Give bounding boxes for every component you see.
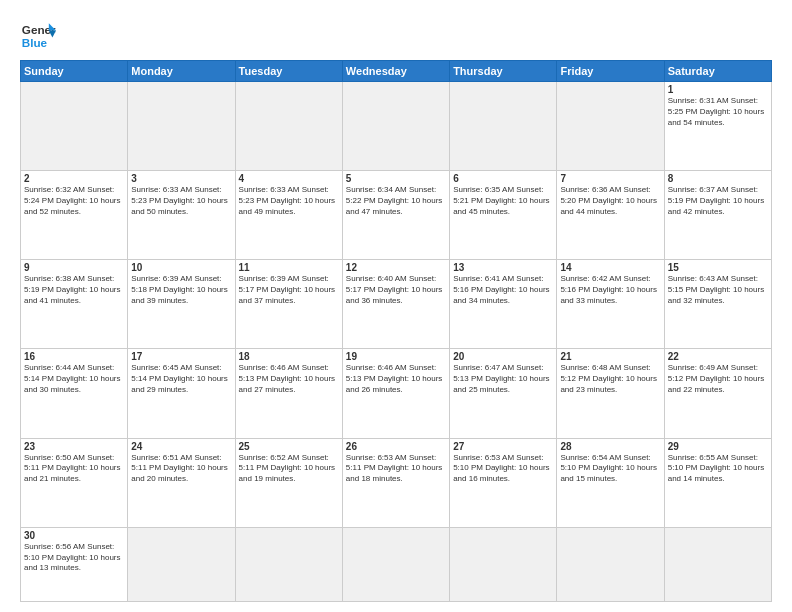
day-number: 26 — [346, 441, 446, 452]
day-info: Sunrise: 6:33 AM Sunset: 5:23 PM Dayligh… — [131, 185, 231, 217]
day-number: 9 — [24, 262, 124, 273]
calendar-cell: 8Sunrise: 6:37 AM Sunset: 5:19 PM Daylig… — [664, 171, 771, 260]
day-info: Sunrise: 6:36 AM Sunset: 5:20 PM Dayligh… — [560, 185, 660, 217]
calendar-cell — [235, 527, 342, 601]
day-info: Sunrise: 6:55 AM Sunset: 5:10 PM Dayligh… — [668, 453, 768, 485]
day-info: Sunrise: 6:33 AM Sunset: 5:23 PM Dayligh… — [239, 185, 339, 217]
day-info: Sunrise: 6:39 AM Sunset: 5:17 PM Dayligh… — [239, 274, 339, 306]
day-number: 24 — [131, 441, 231, 452]
day-number: 18 — [239, 351, 339, 362]
logo: General Blue — [20, 16, 56, 52]
calendar-cell: 24Sunrise: 6:51 AM Sunset: 5:11 PM Dayli… — [128, 438, 235, 527]
calendar-cell: 23Sunrise: 6:50 AM Sunset: 5:11 PM Dayli… — [21, 438, 128, 527]
day-info: Sunrise: 6:50 AM Sunset: 5:11 PM Dayligh… — [24, 453, 124, 485]
day-info: Sunrise: 6:54 AM Sunset: 5:10 PM Dayligh… — [560, 453, 660, 485]
day-info: Sunrise: 6:56 AM Sunset: 5:10 PM Dayligh… — [24, 542, 124, 574]
day-number: 3 — [131, 173, 231, 184]
weekday-header-row: SundayMondayTuesdayWednesdayThursdayFrid… — [21, 61, 772, 82]
day-info: Sunrise: 6:49 AM Sunset: 5:12 PM Dayligh… — [668, 363, 768, 395]
day-number: 10 — [131, 262, 231, 273]
day-info: Sunrise: 6:31 AM Sunset: 5:25 PM Dayligh… — [668, 96, 768, 128]
day-number: 14 — [560, 262, 660, 273]
calendar-cell: 9Sunrise: 6:38 AM Sunset: 5:19 PM Daylig… — [21, 260, 128, 349]
calendar-cell: 28Sunrise: 6:54 AM Sunset: 5:10 PM Dayli… — [557, 438, 664, 527]
calendar-cell: 11Sunrise: 6:39 AM Sunset: 5:17 PM Dayli… — [235, 260, 342, 349]
day-number: 2 — [24, 173, 124, 184]
week-row-0: 1Sunrise: 6:31 AM Sunset: 5:25 PM Daylig… — [21, 82, 772, 171]
day-info: Sunrise: 6:46 AM Sunset: 5:13 PM Dayligh… — [346, 363, 446, 395]
day-info: Sunrise: 6:46 AM Sunset: 5:13 PM Dayligh… — [239, 363, 339, 395]
weekday-header-thursday: Thursday — [450, 61, 557, 82]
week-row-1: 2Sunrise: 6:32 AM Sunset: 5:24 PM Daylig… — [21, 171, 772, 260]
header: General Blue — [20, 16, 772, 52]
day-info: Sunrise: 6:41 AM Sunset: 5:16 PM Dayligh… — [453, 274, 553, 306]
calendar-cell — [128, 527, 235, 601]
calendar-cell: 17Sunrise: 6:45 AM Sunset: 5:14 PM Dayli… — [128, 349, 235, 438]
day-info: Sunrise: 6:52 AM Sunset: 5:11 PM Dayligh… — [239, 453, 339, 485]
day-info: Sunrise: 6:53 AM Sunset: 5:10 PM Dayligh… — [453, 453, 553, 485]
day-number: 12 — [346, 262, 446, 273]
calendar-cell — [450, 82, 557, 171]
calendar-cell: 6Sunrise: 6:35 AM Sunset: 5:21 PM Daylig… — [450, 171, 557, 260]
calendar-cell: 22Sunrise: 6:49 AM Sunset: 5:12 PM Dayli… — [664, 349, 771, 438]
calendar-cell — [21, 82, 128, 171]
calendar-cell — [450, 527, 557, 601]
calendar-cell: 4Sunrise: 6:33 AM Sunset: 5:23 PM Daylig… — [235, 171, 342, 260]
day-number: 13 — [453, 262, 553, 273]
day-info: Sunrise: 6:43 AM Sunset: 5:15 PM Dayligh… — [668, 274, 768, 306]
logo-icon: General Blue — [20, 16, 56, 52]
svg-text:Blue: Blue — [22, 36, 48, 49]
calendar-cell: 13Sunrise: 6:41 AM Sunset: 5:16 PM Dayli… — [450, 260, 557, 349]
calendar-cell: 16Sunrise: 6:44 AM Sunset: 5:14 PM Dayli… — [21, 349, 128, 438]
day-info: Sunrise: 6:51 AM Sunset: 5:11 PM Dayligh… — [131, 453, 231, 485]
calendar-cell: 12Sunrise: 6:40 AM Sunset: 5:17 PM Dayli… — [342, 260, 449, 349]
calendar-cell: 7Sunrise: 6:36 AM Sunset: 5:20 PM Daylig… — [557, 171, 664, 260]
day-info: Sunrise: 6:42 AM Sunset: 5:16 PM Dayligh… — [560, 274, 660, 306]
calendar-cell — [557, 527, 664, 601]
calendar-cell: 29Sunrise: 6:55 AM Sunset: 5:10 PM Dayli… — [664, 438, 771, 527]
day-info: Sunrise: 6:53 AM Sunset: 5:11 PM Dayligh… — [346, 453, 446, 485]
day-number: 16 — [24, 351, 124, 362]
calendar-cell: 26Sunrise: 6:53 AM Sunset: 5:11 PM Dayli… — [342, 438, 449, 527]
calendar-cell — [342, 527, 449, 601]
day-number: 7 — [560, 173, 660, 184]
calendar-cell — [557, 82, 664, 171]
calendar: SundayMondayTuesdayWednesdayThursdayFrid… — [20, 60, 772, 602]
day-info: Sunrise: 6:37 AM Sunset: 5:19 PM Dayligh… — [668, 185, 768, 217]
calendar-cell: 3Sunrise: 6:33 AM Sunset: 5:23 PM Daylig… — [128, 171, 235, 260]
calendar-cell: 5Sunrise: 6:34 AM Sunset: 5:22 PM Daylig… — [342, 171, 449, 260]
week-row-2: 9Sunrise: 6:38 AM Sunset: 5:19 PM Daylig… — [21, 260, 772, 349]
day-number: 30 — [24, 530, 124, 541]
calendar-cell: 25Sunrise: 6:52 AM Sunset: 5:11 PM Dayli… — [235, 438, 342, 527]
calendar-cell — [128, 82, 235, 171]
day-number: 1 — [668, 84, 768, 95]
day-number: 17 — [131, 351, 231, 362]
page: General Blue SundayMondayTuesdayWednesda… — [0, 0, 792, 612]
day-number: 23 — [24, 441, 124, 452]
week-row-3: 16Sunrise: 6:44 AM Sunset: 5:14 PM Dayli… — [21, 349, 772, 438]
calendar-cell: 18Sunrise: 6:46 AM Sunset: 5:13 PM Dayli… — [235, 349, 342, 438]
day-number: 6 — [453, 173, 553, 184]
weekday-header-sunday: Sunday — [21, 61, 128, 82]
day-number: 22 — [668, 351, 768, 362]
day-info: Sunrise: 6:48 AM Sunset: 5:12 PM Dayligh… — [560, 363, 660, 395]
week-row-5: 30Sunrise: 6:56 AM Sunset: 5:10 PM Dayli… — [21, 527, 772, 601]
week-row-4: 23Sunrise: 6:50 AM Sunset: 5:11 PM Dayli… — [21, 438, 772, 527]
day-number: 25 — [239, 441, 339, 452]
calendar-cell — [664, 527, 771, 601]
day-info: Sunrise: 6:34 AM Sunset: 5:22 PM Dayligh… — [346, 185, 446, 217]
calendar-cell: 19Sunrise: 6:46 AM Sunset: 5:13 PM Dayli… — [342, 349, 449, 438]
day-number: 27 — [453, 441, 553, 452]
day-info: Sunrise: 6:35 AM Sunset: 5:21 PM Dayligh… — [453, 185, 553, 217]
calendar-cell: 15Sunrise: 6:43 AM Sunset: 5:15 PM Dayli… — [664, 260, 771, 349]
calendar-cell — [235, 82, 342, 171]
day-number: 8 — [668, 173, 768, 184]
calendar-cell: 14Sunrise: 6:42 AM Sunset: 5:16 PM Dayli… — [557, 260, 664, 349]
day-info: Sunrise: 6:45 AM Sunset: 5:14 PM Dayligh… — [131, 363, 231, 395]
day-number: 29 — [668, 441, 768, 452]
calendar-cell: 1Sunrise: 6:31 AM Sunset: 5:25 PM Daylig… — [664, 82, 771, 171]
day-number: 21 — [560, 351, 660, 362]
day-info: Sunrise: 6:38 AM Sunset: 5:19 PM Dayligh… — [24, 274, 124, 306]
day-number: 4 — [239, 173, 339, 184]
day-info: Sunrise: 6:32 AM Sunset: 5:24 PM Dayligh… — [24, 185, 124, 217]
